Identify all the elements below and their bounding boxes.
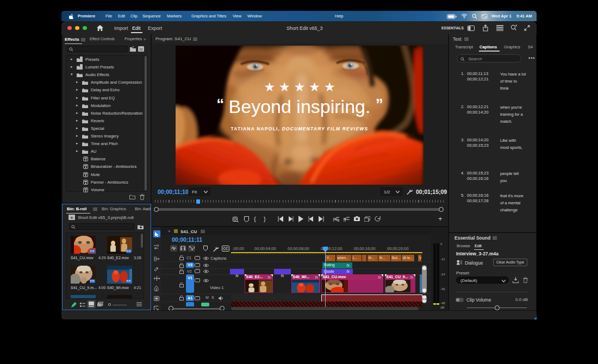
svg-text:32: 32 xyxy=(139,48,143,51)
